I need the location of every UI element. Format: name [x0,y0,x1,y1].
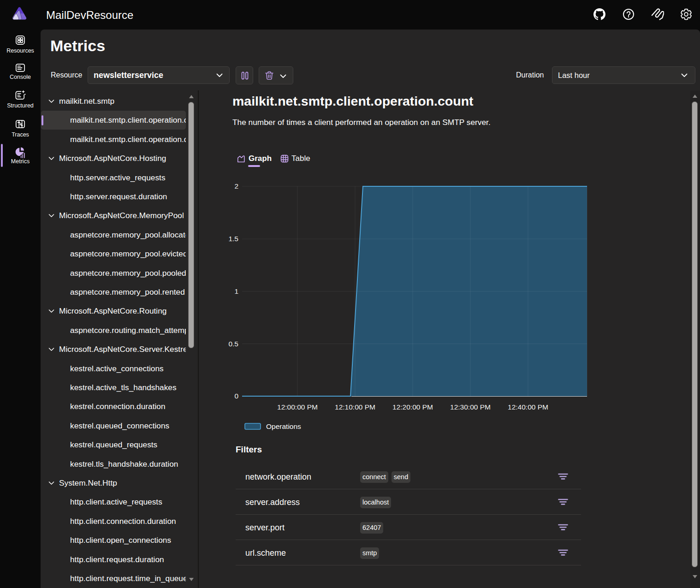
svg-text:1.5: 1.5 [228,235,238,243]
svg-text:12:20:00 PM: 12:20:00 PM [392,403,433,411]
svg-text:12:10:00 PM: 12:10:00 PM [335,403,375,411]
svg-text:1: 1 [234,287,238,295]
svg-text:0: 0 [234,392,238,400]
svg-text:12:40:00 PM: 12:40:00 PM [508,403,548,411]
svg-text:12:00:00 PM: 12:00:00 PM [277,403,318,411]
svg-text:12:30:00 PM: 12:30:00 PM [450,403,491,411]
svg-text:2: 2 [234,182,238,190]
svg-text:0.5: 0.5 [228,340,238,348]
